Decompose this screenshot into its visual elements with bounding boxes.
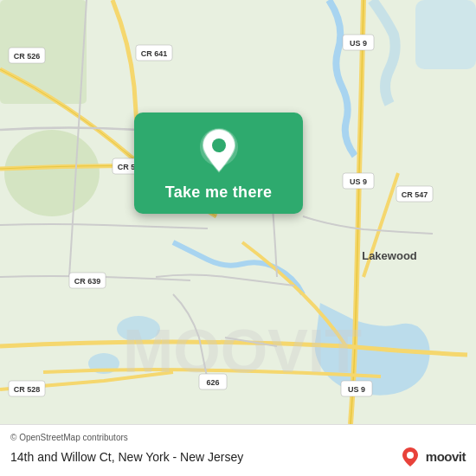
moovit-logo: moovit bbox=[398, 445, 466, 469]
svg-text:CR 547: CR 547 bbox=[402, 190, 428, 199]
svg-text:CR 641: CR 641 bbox=[141, 49, 168, 58]
svg-point-5 bbox=[4, 130, 100, 216]
svg-rect-3 bbox=[415, 0, 476, 69]
svg-text:CR 639: CR 639 bbox=[74, 277, 101, 286]
svg-text:CR 526: CR 526 bbox=[14, 52, 41, 61]
bottom-bar: © OpenStreetMap contributors 14th and Wi… bbox=[0, 424, 476, 476]
svg-text:US 9: US 9 bbox=[350, 177, 367, 186]
svg-text:US 9: US 9 bbox=[348, 385, 365, 394]
svg-point-30 bbox=[212, 138, 226, 152]
svg-text:Lakewood: Lakewood bbox=[362, 249, 417, 262]
svg-text:US 9: US 9 bbox=[350, 39, 367, 48]
location-pin-icon bbox=[200, 128, 238, 175]
location-title-bar: 14th and Willow Ct, New York - New Jerse… bbox=[10, 445, 466, 469]
svg-text:CR 528: CR 528 bbox=[14, 385, 41, 394]
take-me-there-label: Take me there bbox=[165, 183, 273, 202]
svg-text:MOOVIT: MOOVIT bbox=[123, 318, 362, 385]
moovit-logo-icon bbox=[398, 445, 422, 469]
svg-point-32 bbox=[407, 452, 414, 459]
take-me-there-button[interactable]: Take me there bbox=[134, 113, 303, 214]
location-text: 14th and Willow Ct, New York - New Jerse… bbox=[10, 450, 243, 464]
map-container: CR 526 CR 641 CR 526 US 9 US 9 US 9 CR 5… bbox=[0, 0, 476, 424]
moovit-text: moovit bbox=[426, 449, 466, 464]
osm-attribution: © OpenStreetMap contributors bbox=[10, 433, 466, 442]
